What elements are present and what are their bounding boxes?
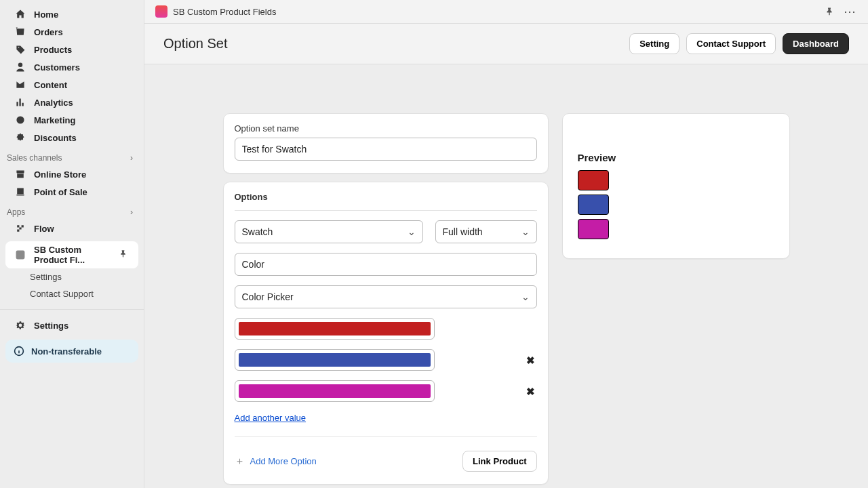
store-icon — [15, 169, 26, 180]
app-topbar: SB Custom Product Fields ⋯ — [144, 0, 868, 24]
app-icon — [15, 249, 26, 260]
nav-content[interactable]: Content — [0, 76, 144, 94]
nav-label: Discounts — [34, 133, 77, 143]
nav-orders[interactable]: Orders — [0, 23, 144, 41]
chevron-down-icon: ⌄ — [521, 226, 530, 237]
chevron-right-icon: › — [130, 207, 133, 217]
color-value-row: ✖ — [235, 349, 537, 371]
svg-rect-0 — [16, 251, 25, 260]
orders-icon — [15, 26, 26, 37]
admin-sidebar: Home Orders Products Customers Content A… — [0, 0, 144, 488]
setting-button[interactable]: Setting — [629, 33, 679, 54]
page-header: Option Set Setting Contact Support Dashb… — [144, 24, 868, 64]
nav-label: Customers — [34, 62, 80, 73]
color-value-input[interactable] — [235, 318, 435, 340]
preview-heading: Preview — [578, 152, 774, 163]
add-more-option-button[interactable]: ＋ Add More Option — [235, 455, 317, 468]
option-type-select[interactable]: Swatch ⌄ — [235, 220, 423, 243]
options-heading: Options — [235, 192, 537, 202]
nav-label: SB Custom Product Fi... — [34, 245, 111, 265]
nav-analytics[interactable]: Analytics — [0, 94, 144, 111]
dashboard-button[interactable]: Dashboard — [783, 33, 849, 54]
color-value-row — [235, 318, 537, 340]
main-area: SB Custom Product Fields ⋯ Option Set Se… — [144, 0, 868, 488]
app-name: SB Custom Product Fields — [173, 7, 276, 17]
analytics-icon — [15, 97, 26, 108]
nav-active-app[interactable]: SB Custom Product Fi... — [5, 241, 138, 268]
preview-swatch[interactable] — [578, 170, 609, 190]
nav-label: Point of Sale — [34, 187, 87, 197]
color-value-row: ✖ — [235, 380, 537, 402]
option-set-name-label: Option set name — [235, 123, 537, 134]
flow-icon — [15, 223, 26, 234]
chevron-down-icon: ⌄ — [521, 291, 530, 302]
discounts-icon — [15, 132, 26, 143]
color-value-input[interactable] — [235, 349, 435, 371]
content-area: Option set name Options Swatch ⌄ Full wi… — [144, 64, 868, 488]
option-width-value: Full width — [443, 226, 483, 237]
chevron-right-icon: › — [130, 153, 133, 163]
content-icon — [15, 79, 26, 90]
option-width-select[interactable]: Full width ⌄ — [435, 220, 537, 243]
chevron-down-icon: ⌄ — [408, 226, 416, 237]
more-menu-button[interactable]: ⋯ — [842, 4, 857, 19]
nav-app-settings[interactable]: Settings — [0, 268, 144, 285]
sales-channels-header[interactable]: Sales channels › — [0, 146, 144, 165]
home-icon — [15, 9, 26, 20]
nav-marketing[interactable]: Marketing — [0, 111, 144, 129]
non-transferable-badge[interactable]: Non-transferable — [5, 340, 138, 363]
nav-label: Orders — [34, 27, 63, 37]
nav-label: Flow — [34, 224, 54, 234]
remove-value-button[interactable]: ✖ — [526, 386, 537, 396]
add-more-label: Add More Option — [250, 456, 317, 466]
nav-flow[interactable]: Flow — [0, 220, 144, 237]
nav-label: Online Store — [34, 169, 86, 180]
apps-label: Apps — [7, 207, 25, 217]
nav-home[interactable]: Home — [0, 5, 144, 23]
apps-header[interactable]: Apps › — [0, 201, 144, 220]
nav-products[interactable]: Products — [0, 41, 144, 58]
add-another-value-link[interactable]: Add another value — [235, 413, 307, 423]
preview-swatch[interactable] — [578, 195, 609, 215]
options-card: Options Swatch ⌄ Full width ⌄ Color Pick… — [223, 182, 549, 485]
option-set-name-input[interactable] — [235, 138, 537, 161]
nav-online-store[interactable]: Online Store — [0, 165, 144, 183]
products-icon — [15, 44, 26, 55]
pin-icon[interactable] — [119, 249, 127, 260]
preview-swatch[interactable] — [578, 219, 609, 239]
nav-customers[interactable]: Customers — [0, 58, 144, 76]
link-product-button[interactable]: Link Product — [462, 451, 536, 472]
pos-icon — [15, 186, 26, 197]
page-title: Option Set — [163, 36, 228, 52]
nav-label: Products — [34, 45, 72, 55]
nav-label: Content — [34, 80, 67, 90]
nav-discounts[interactable]: Discounts — [0, 129, 144, 146]
marketing-icon — [15, 115, 26, 125]
preview-card: Preview — [562, 113, 790, 259]
pin-app-button[interactable] — [822, 4, 837, 19]
customers-icon — [15, 62, 26, 73]
nav-pos[interactable]: Point of Sale — [0, 183, 144, 201]
gear-icon — [15, 320, 26, 331]
option-set-name-card: Option set name — [223, 113, 549, 174]
nav-app-support[interactable]: Contact Support — [0, 285, 144, 302]
plus-icon: ＋ — [235, 455, 245, 468]
badge-label: Non-transferable — [31, 346, 102, 357]
nav-label: Settings — [30, 272, 62, 282]
nav-label: Contact Support — [30, 289, 94, 299]
nav-settings[interactable]: Settings — [0, 317, 144, 334]
nav-label: Home — [34, 9, 58, 20]
app-logo-icon — [155, 5, 167, 18]
color-value-input[interactable] — [235, 380, 435, 402]
info-icon — [14, 346, 24, 357]
sales-channels-label: Sales channels — [7, 153, 62, 163]
nav-label: Analytics — [34, 98, 73, 108]
option-field-name-input[interactable] — [235, 253, 537, 276]
picker-mode-select[interactable]: Color Picker ⌄ — [235, 285, 537, 308]
remove-value-button[interactable]: ✖ — [526, 354, 537, 365]
nav-label: Marketing — [34, 115, 75, 125]
option-type-value: Swatch — [242, 226, 273, 237]
nav-label: Settings — [34, 321, 68, 331]
contact-support-button[interactable]: Contact Support — [686, 33, 776, 54]
picker-mode-value: Color Picker — [242, 291, 294, 302]
